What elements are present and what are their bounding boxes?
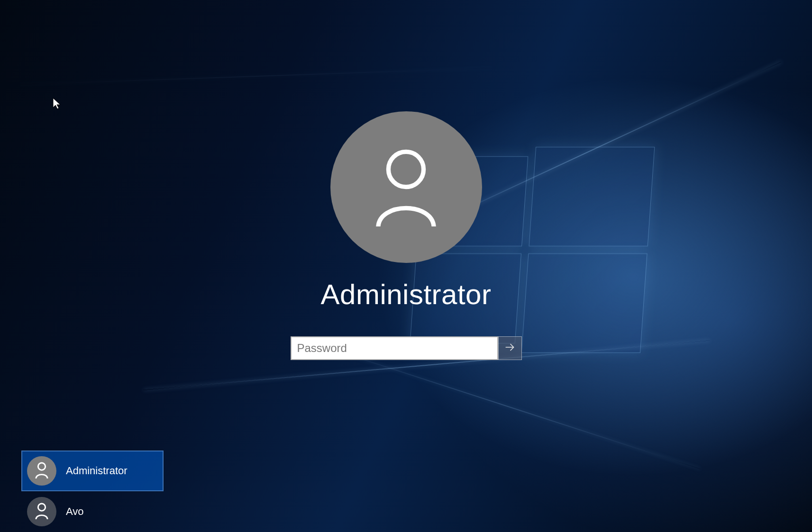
user-switcher: Administrator Avo bbox=[21, 451, 164, 532]
svg-point-2 bbox=[38, 504, 45, 511]
user-icon bbox=[34, 502, 49, 521]
login-panel: Administrator bbox=[291, 111, 522, 360]
user-avatar-small bbox=[27, 497, 56, 526]
light-streak bbox=[19, 68, 493, 85]
svg-point-1 bbox=[38, 463, 45, 470]
user-icon bbox=[369, 146, 443, 228]
password-row bbox=[291, 336, 522, 360]
svg-point-0 bbox=[388, 152, 423, 187]
mouse-cursor bbox=[52, 97, 62, 112]
arrow-right-icon bbox=[504, 341, 516, 355]
submit-button[interactable] bbox=[498, 336, 522, 360]
user-icon bbox=[34, 461, 49, 480]
user-list-label: Avo bbox=[66, 505, 84, 518]
user-avatar-small bbox=[27, 456, 56, 486]
user-avatar bbox=[330, 111, 482, 263]
user-list-item-administrator[interactable]: Administrator bbox=[21, 451, 164, 491]
user-list-label: Administrator bbox=[66, 465, 128, 477]
user-list-item-avo[interactable]: Avo bbox=[21, 491, 164, 532]
selected-username: Administrator bbox=[321, 278, 492, 311]
password-input[interactable] bbox=[291, 336, 498, 360]
